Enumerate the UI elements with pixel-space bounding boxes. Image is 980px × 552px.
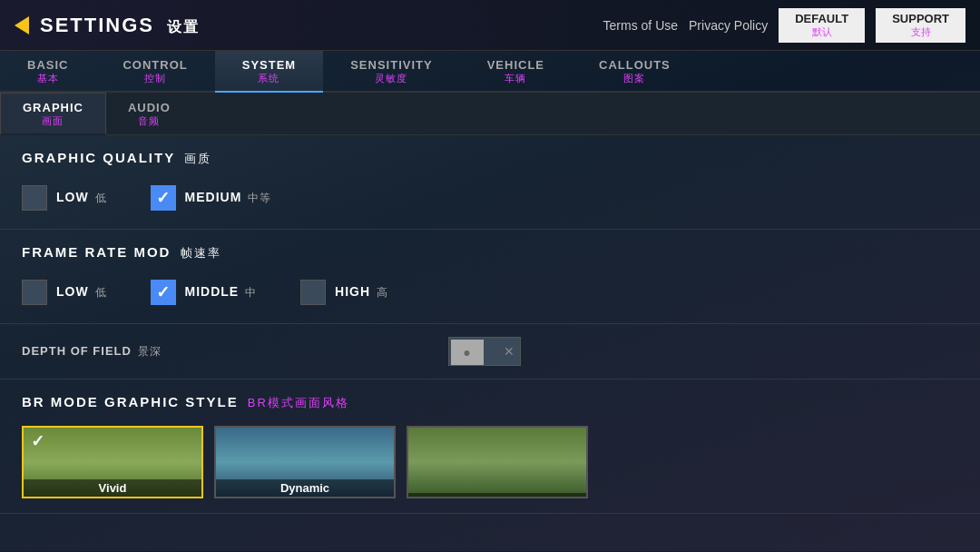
main-tabs: BASIC 基本 CONTROL 控制 SYSTEM 系统 SENSITIVIT… — [0, 51, 980, 93]
tab-system[interactable]: SYSTEM 系统 — [215, 51, 323, 93]
vivid-label: Vivid — [24, 479, 201, 497]
frame-high-label: HIGH 高 — [335, 284, 388, 301]
quality-medium-option[interactable]: MEDIUM 中等 — [151, 185, 272, 211]
back-arrow-icon — [15, 16, 29, 34]
toggle-x-icon: ✕ — [504, 344, 514, 359]
quality-low-label: LOW 低 — [56, 190, 107, 206]
frame-high-checkbox[interactable] — [300, 280, 326, 305]
third-label — [408, 493, 586, 497]
quality-medium-label: MEDIUM 中等 — [185, 190, 272, 206]
title-cn: 设置 — [167, 19, 200, 34]
sub-tab-graphic[interactable]: GRAPHIC 画面 — [0, 93, 106, 135]
graphic-quality-title: GRAPHIC QUALITY 画质 — [22, 150, 958, 167]
style-vivid-card[interactable]: ✓ Vivid — [22, 426, 203, 498]
terms-of-use-link[interactable]: Terms of Use — [603, 18, 678, 33]
toggle-knob — [451, 340, 484, 365]
graphic-quality-options: LOW 低 MEDIUM 中等 — [22, 182, 958, 214]
tab-callouts[interactable]: CALLOUTS 图案 — [572, 51, 698, 93]
back-button[interactable] — [15, 16, 29, 34]
title-en: SETTINGS — [40, 14, 154, 36]
frame-rate-title: FRAME RATE MOD 帧速率 — [22, 244, 958, 261]
default-cn-label: 默认 — [812, 25, 832, 39]
frame-high-option[interactable]: HIGH 高 — [300, 280, 388, 305]
tab-vehicle[interactable]: VEHICLE 车辆 — [460, 51, 572, 93]
style-third-card[interactable] — [407, 426, 588, 498]
br-mode-title: BR MODE GRAPHIC STYLE BR模式画面风格 — [22, 394, 958, 411]
quality-low-option[interactable]: LOW 低 — [22, 185, 107, 211]
frame-middle-option[interactable]: MIDDLE 中 — [151, 280, 258, 305]
frame-low-label: LOW 低 — [56, 284, 107, 301]
header: SETTINGS 设置 Terms of Use Privacy Policy … — [0, 0, 980, 51]
br-mode-style-cards: ✓ Vivid Dynamic — [22, 426, 958, 498]
depth-of-field-label: DEPTH OF FIELD 景深 — [22, 344, 162, 360]
quality-medium-checkbox[interactable] — [151, 185, 176, 211]
dynamic-label: Dynamic — [216, 479, 394, 497]
frame-middle-label: MIDDLE 中 — [185, 284, 258, 301]
br-mode-section: BR MODE GRAPHIC STYLE BR模式画面风格 ✓ Vivid D… — [0, 380, 980, 514]
tab-control[interactable]: CONTROL 控制 — [95, 51, 214, 93]
frame-low-option[interactable]: LOW 低 — [22, 280, 107, 305]
privacy-policy-link[interactable]: Privacy Policy — [689, 18, 768, 33]
third-bg — [408, 428, 586, 497]
support-cn-label: 支持 — [911, 25, 931, 39]
header-actions: Terms of Use Privacy Policy DEFAULT 默认 S… — [603, 8, 965, 43]
style-dynamic-card[interactable]: Dynamic — [214, 426, 396, 498]
frame-low-checkbox[interactable] — [22, 280, 47, 305]
settings-content: GRAPHIC QUALITY 画质 LOW 低 MEDIUM 中等 F — [0, 135, 980, 551]
tab-basic[interactable]: BASIC 基本 — [0, 51, 95, 93]
depth-of-field-section: DEPTH OF FIELD 景深 ✕ — [0, 324, 980, 380]
frame-middle-checkbox[interactable] — [151, 280, 176, 305]
page-title: SETTINGS 设置 — [40, 14, 200, 37]
tab-sensitivity[interactable]: SENSITIVITY 灵敏度 — [323, 51, 459, 93]
support-button[interactable]: SUPPORT 支持 — [876, 8, 965, 43]
depth-of-field-toggle[interactable]: ✕ — [448, 337, 521, 366]
graphic-quality-section: GRAPHIC QUALITY 画质 LOW 低 MEDIUM 中等 — [0, 135, 980, 230]
frame-rate-section: FRAME RATE MOD 帧速率 LOW 低 MIDDLE 中 — [0, 230, 980, 324]
sub-tab-audio[interactable]: AUDIO 音频 — [106, 94, 192, 135]
default-button[interactable]: DEFAULT 默认 — [779, 8, 865, 43]
vivid-check-icon: ✓ — [31, 431, 44, 451]
sub-tabs: GRAPHIC 画面 AUDIO 音频 — [0, 93, 980, 135]
quality-low-checkbox[interactable] — [22, 185, 47, 211]
frame-rate-options: LOW 低 MIDDLE 中 HIGH 高 — [22, 276, 958, 309]
